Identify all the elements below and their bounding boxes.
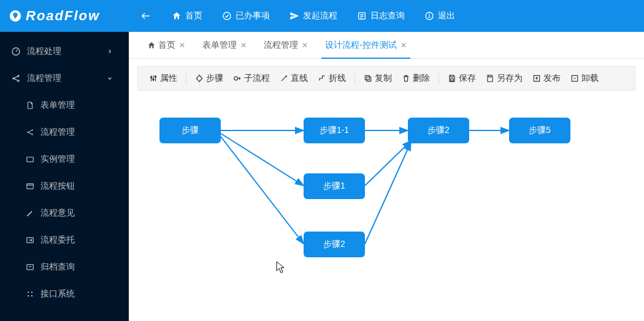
svg-point-18	[150, 77, 151, 78]
sidebar-sub-label: 流程管理	[40, 127, 75, 138]
sidebar-item-mgmt[interactable]: 流程管理	[0, 65, 129, 92]
polyline-icon	[318, 74, 326, 83]
svg-point-21	[234, 77, 238, 80]
svg-point-0	[223, 12, 231, 20]
separator	[439, 73, 439, 84]
svg-point-14	[28, 292, 29, 293]
topbar: RoadFlow 首页 已办事项 发起流程 日志查询 退出	[0, 0, 644, 32]
send-icon	[289, 11, 299, 21]
tool-uninstall[interactable]: 卸载	[565, 66, 604, 91]
tab-home[interactable]: 首页 ✕	[139, 32, 194, 59]
close-icon[interactable]: ✕	[302, 41, 308, 50]
tool-copy[interactable]: 复制	[359, 66, 397, 91]
tab-label: 流程管理	[264, 40, 298, 51]
tool-publish[interactable]: 发布	[527, 66, 565, 91]
sidebar-sub-forms[interactable]: 表单管理	[0, 92, 129, 119]
main: 首页 ✕ 表单管理 ✕ 流程管理 ✕ 设计流程-控件测试 ✕ 属性	[129, 32, 644, 321]
share-icon	[26, 128, 34, 137]
sidebar-sub-label: 流程按钮	[40, 181, 75, 192]
sidebar-sub-api[interactable]: 接口系统	[0, 281, 129, 308]
tool-label: 属性	[160, 73, 177, 84]
nav-logout[interactable]: 退出	[415, 0, 465, 32]
svg-point-8	[31, 129, 33, 130]
svg-point-17	[31, 295, 33, 296]
sidebar-sub-label: 归档查询	[40, 262, 75, 273]
tool-line[interactable]: 直线	[275, 66, 313, 91]
sidebar-sub-opinion[interactable]: 流程意见	[0, 200, 129, 227]
tool-label: 删除	[413, 73, 430, 84]
sidebar-sub-archive[interactable]: 归档查询	[0, 254, 129, 281]
tab-designer[interactable]: 设计流程-控件测试 ✕	[316, 32, 415, 59]
tool-save[interactable]: 保存	[443, 66, 481, 91]
svg-rect-23	[365, 75, 369, 80]
flow-node-step1[interactable]: 步骤1	[304, 173, 365, 199]
nav-done[interactable]: 已办事项	[212, 0, 280, 32]
svg-point-20	[155, 76, 156, 77]
svg-point-19	[153, 79, 154, 80]
topnav: 首页 已办事项 发起流程 日志查询 退出	[129, 0, 465, 32]
sidebar-sub-label: 流程意见	[40, 208, 75, 219]
designer-toolbar: 属性 步骤 子流程 直线 折线 复制	[137, 66, 635, 91]
close-icon[interactable]: ✕	[179, 41, 185, 50]
nav-home[interactable]: 首页	[162, 0, 212, 32]
svg-point-16	[28, 295, 29, 296]
nav-done-label: 已办事项	[236, 10, 270, 21]
nav-logs[interactable]: 日志查询	[347, 0, 415, 32]
tool-polyline[interactable]: 折线	[313, 66, 351, 91]
tool-properties[interactable]: 属性	[144, 66, 182, 91]
subflow-icon	[233, 74, 242, 83]
sidebar-sub-label: 实例管理	[40, 154, 75, 165]
flow-node-step2-top[interactable]: 步骤2	[408, 118, 469, 143]
share-icon	[11, 74, 21, 83]
sidebar-sub-instance[interactable]: 实例管理	[0, 146, 129, 173]
tool-subflow[interactable]: 子流程	[228, 66, 275, 91]
tool-label: 直线	[291, 73, 308, 84]
saveas-icon	[486, 74, 494, 83]
home-icon	[172, 11, 182, 21]
close-icon[interactable]: ✕	[401, 41, 407, 50]
sidebar-sub-buttons[interactable]: 流程按钮	[0, 173, 129, 200]
sidebar-sub-label: 表单管理	[40, 100, 75, 111]
tool-label: 折线	[329, 73, 346, 84]
flow-canvas[interactable]: 步骤 步骤1-1 步骤2 步骤5 步骤1 步骤2	[129, 91, 644, 321]
tab-flows[interactable]: 流程管理 ✕	[255, 32, 316, 59]
nav-start[interactable]: 发起流程	[280, 0, 347, 32]
logout-icon	[424, 11, 434, 21]
tab-label: 设计流程-控件测试	[325, 40, 397, 51]
tool-label: 保存	[459, 73, 476, 84]
tool-label: 子流程	[244, 73, 270, 84]
sidebar-sub-flows[interactable]: 流程管理	[0, 119, 129, 146]
svg-point-15	[31, 292, 33, 293]
node-label: 步骤	[182, 125, 199, 136]
file-icon	[26, 101, 34, 110]
copy-icon	[364, 74, 372, 83]
sidebar-collapse-button[interactable]	[129, 10, 162, 21]
tool-step[interactable]: 步骤	[190, 66, 228, 91]
chevron-down-icon	[107, 74, 119, 83]
node-label: 步骤5	[529, 125, 551, 136]
flow-node-step2-bottom[interactable]: 步骤2	[304, 232, 365, 257]
plug-icon	[26, 290, 34, 298]
sidebar-item-process[interactable]: 流程处理	[0, 38, 129, 65]
svg-point-9	[31, 134, 33, 135]
sidebar-sub-delegate[interactable]: 流程委托	[0, 227, 129, 254]
tool-delete[interactable]: 删除	[397, 66, 435, 91]
tab-forms[interactable]: 表单管理 ✕	[194, 32, 255, 59]
tool-label: 卸载	[581, 73, 599, 84]
check-circle-icon	[222, 11, 232, 21]
brand-text: RoadFlow	[26, 8, 100, 24]
svg-line-31	[365, 142, 411, 244]
line-icon	[280, 74, 288, 83]
sidebar: 流程处理 流程管理 表单管理 流程管理 实例管理 流程按钮	[0, 32, 129, 321]
flow-node-step5[interactable]: 步骤5	[509, 118, 570, 143]
flow-node-start[interactable]: 步骤	[159, 118, 221, 143]
trash-icon	[402, 74, 410, 83]
gauge-icon	[11, 47, 21, 56]
flow-node-step1-1[interactable]: 步骤1-1	[304, 118, 365, 143]
brand-logo: RoadFlow	[0, 0, 129, 32]
close-icon[interactable]: ✕	[240, 41, 247, 50]
tool-label: 另存为	[497, 73, 523, 84]
tool-saveas[interactable]: 另存为	[481, 66, 527, 91]
home-icon	[147, 41, 156, 50]
pencil-icon	[26, 209, 34, 217]
